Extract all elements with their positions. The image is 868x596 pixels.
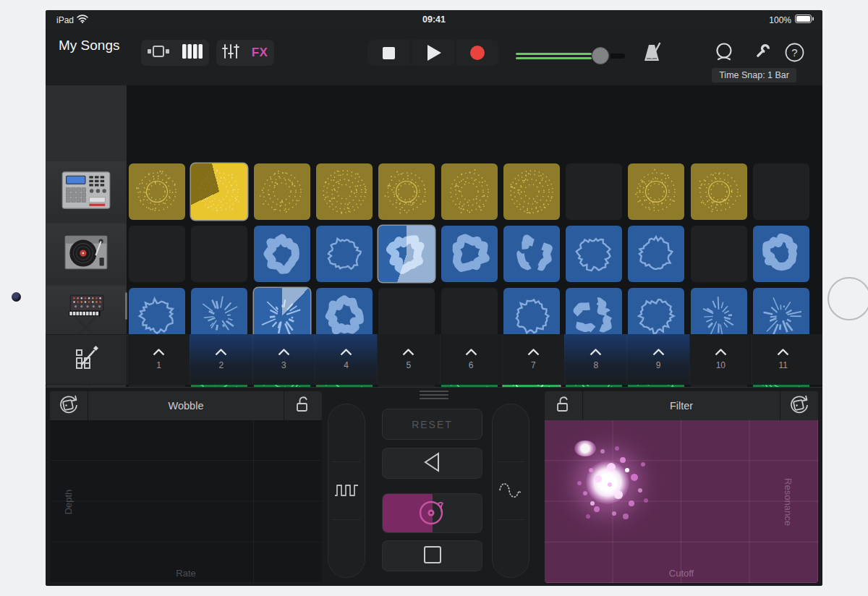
loop-cell[interactable] bbox=[441, 226, 498, 282]
clock: 09:41 bbox=[46, 14, 822, 25]
wobble-effect-select-button[interactable] bbox=[50, 391, 88, 420]
volume-track bbox=[516, 53, 592, 61]
battery-percent: 100% bbox=[769, 15, 791, 25]
chevron-up-icon bbox=[465, 349, 477, 356]
column-trigger-1[interactable]: 1 bbox=[127, 334, 190, 385]
fx-button[interactable]: FX bbox=[245, 40, 274, 66]
transport-controls bbox=[367, 40, 498, 66]
column-trigger-10[interactable]: 10 bbox=[689, 334, 752, 385]
loop-cell[interactable] bbox=[129, 163, 185, 220]
loop-cell[interactable] bbox=[316, 163, 373, 220]
wobble-xy-pad[interactable]: Wobble Depth Rate bbox=[50, 391, 322, 583]
column-number: 8 bbox=[593, 360, 598, 370]
touch-glow-secondary bbox=[574, 440, 596, 456]
settings-button[interactable] bbox=[749, 42, 774, 65]
instrument-turntable[interactable] bbox=[46, 224, 126, 284]
metronome-button[interactable] bbox=[640, 42, 665, 65]
column-number: 3 bbox=[281, 360, 286, 370]
volume-slider[interactable] bbox=[516, 46, 624, 65]
volume-knob[interactable] bbox=[592, 47, 609, 64]
downsampler-slider[interactable] bbox=[492, 404, 529, 578]
play-button[interactable] bbox=[412, 40, 454, 66]
loop-cell[interactable] bbox=[378, 226, 435, 282]
volume-track-remainder bbox=[610, 54, 625, 59]
wobble-pad-surface[interactable]: Depth Rate bbox=[50, 420, 322, 583]
loop-cell[interactable] bbox=[191, 226, 247, 282]
keys-view-button[interactable] bbox=[175, 40, 209, 66]
loop-cell[interactable] bbox=[691, 163, 747, 220]
loop-cell[interactable] bbox=[441, 163, 498, 220]
my-songs-button[interactable]: My Songs bbox=[59, 38, 119, 54]
column-trigger-2[interactable]: 2 bbox=[190, 334, 252, 385]
loop-cell[interactable] bbox=[378, 163, 435, 220]
column-trigger-5[interactable]: 5 bbox=[377, 334, 439, 385]
filter-y-axis-label: Resonance bbox=[783, 478, 794, 526]
loop-cell[interactable] bbox=[254, 163, 310, 220]
filter-xy-pad[interactable]: Filter Resonance Cutoff bbox=[545, 391, 818, 583]
column-number: 6 bbox=[469, 360, 474, 370]
instrument-drum-machine[interactable] bbox=[46, 161, 126, 222]
svg-text:?: ? bbox=[791, 46, 797, 59]
column-number: 10 bbox=[716, 360, 726, 370]
scroll-indicator bbox=[125, 292, 127, 320]
loop-cell[interactable] bbox=[753, 226, 809, 282]
help-button[interactable]: ? bbox=[782, 42, 807, 65]
loop-cell[interactable] bbox=[503, 163, 560, 220]
loop-cell[interactable] bbox=[316, 226, 373, 282]
filter-lock-button[interactable] bbox=[545, 391, 582, 420]
wobble-lock-button[interactable] bbox=[284, 391, 322, 420]
filter-effect-select-button[interactable] bbox=[780, 391, 818, 420]
record-button[interactable] bbox=[456, 40, 498, 66]
loop-cell[interactable] bbox=[254, 226, 310, 282]
chevron-up-icon bbox=[527, 349, 540, 356]
filter-pad-surface[interactable]: Resonance Cutoff bbox=[545, 420, 818, 583]
edit-cells-button[interactable] bbox=[46, 335, 127, 384]
column-trigger-4[interactable]: 4 bbox=[315, 334, 377, 385]
loop-cell[interactable] bbox=[628, 226, 684, 282]
turntable-icon bbox=[62, 231, 110, 276]
mixer-button[interactable] bbox=[216, 40, 245, 66]
filter-pad-title: Filter bbox=[582, 391, 780, 420]
wobble-pad-header: Wobble bbox=[50, 391, 322, 420]
column-trigger-3[interactable]: 3 bbox=[252, 334, 315, 385]
wobble-y-axis-label: Depth bbox=[63, 489, 74, 514]
loop-browser-button[interactable] bbox=[712, 42, 736, 65]
column-trigger-strip: 1234567891011 bbox=[46, 334, 822, 385]
loop-cell[interactable] bbox=[566, 226, 622, 282]
wrench-icon bbox=[752, 43, 771, 64]
wobble-pad-title: Wobble bbox=[88, 391, 284, 420]
column-trigger-8[interactable]: 8 bbox=[564, 334, 626, 385]
stop-button[interactable] bbox=[367, 40, 410, 66]
fx-vinyl-scratch-button[interactable] bbox=[382, 493, 482, 533]
loop-cell[interactable] bbox=[503, 226, 560, 282]
column-trigger-9[interactable]: 9 bbox=[626, 334, 689, 385]
column-number: 5 bbox=[406, 360, 411, 370]
loop-cell[interactable] bbox=[566, 163, 622, 220]
column-trigger-7[interactable]: 7 bbox=[502, 334, 564, 385]
home-button[interactable] bbox=[827, 277, 868, 320]
loop-cell[interactable] bbox=[628, 163, 684, 220]
playhead-wedge bbox=[191, 163, 247, 220]
fx-reverse-button[interactable] bbox=[382, 448, 482, 479]
volume-bar-top bbox=[516, 53, 592, 55]
time-snap-badge: Time Snap: 1 Bar bbox=[712, 68, 796, 82]
playhead-wedge bbox=[378, 226, 435, 282]
wobble-x-axis-label: Rate bbox=[50, 568, 322, 579]
column-trigger-11[interactable]: 11 bbox=[752, 334, 814, 385]
fx-reset-button[interactable]: RESET bbox=[382, 409, 482, 440]
loop-cell[interactable] bbox=[691, 226, 747, 282]
column-trigger-6[interactable]: 6 bbox=[440, 334, 502, 385]
ipad-device-frame: iPad 09:41 100% My Songs bbox=[0, 0, 868, 596]
column-number: 7 bbox=[531, 360, 536, 370]
panel-drag-handle[interactable] bbox=[420, 391, 448, 401]
loop-cell[interactable] bbox=[129, 226, 185, 282]
filter-touch-point[interactable] bbox=[608, 482, 609, 484]
loop-cell[interactable] bbox=[191, 163, 247, 220]
loop-cell[interactable] bbox=[753, 163, 809, 220]
fx-tape-stop-button[interactable] bbox=[382, 540, 482, 571]
grid-view-button[interactable] bbox=[141, 40, 175, 66]
gater-slider[interactable] bbox=[328, 404, 365, 578]
column-number: 2 bbox=[219, 360, 224, 370]
volume-bar-bottom bbox=[516, 57, 592, 59]
column-number: 11 bbox=[778, 360, 787, 370]
